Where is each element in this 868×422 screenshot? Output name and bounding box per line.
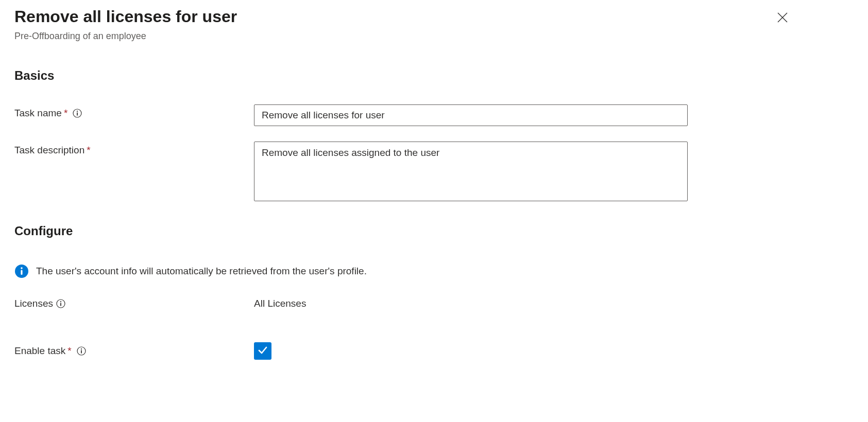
svg-point-6 [21, 267, 23, 269]
licenses-label: Licenses [14, 298, 53, 309]
info-icon[interactable] [77, 346, 86, 356]
task-description-input[interactable] [254, 142, 688, 201]
svg-rect-7 [21, 270, 22, 275]
task-description-label: Task description [14, 145, 84, 156]
required-indicator: * [87, 145, 90, 156]
task-name-label: Task name [14, 108, 62, 119]
required-indicator: * [67, 345, 71, 357]
section-basics-heading: Basics [14, 68, 854, 83]
svg-rect-13 [81, 350, 82, 353]
enable-task-label: Enable task [14, 345, 65, 357]
enable-task-checkbox[interactable] [254, 342, 271, 360]
info-banner-text: The user's account info will automatical… [36, 266, 367, 277]
svg-point-9 [60, 301, 61, 302]
page-title: Remove all licenses for user [14, 6, 237, 28]
svg-point-3 [77, 111, 78, 112]
info-banner: The user's account info will automatical… [14, 264, 854, 278]
svg-rect-10 [60, 303, 61, 306]
page-subtitle: Pre-Offboarding of an employee [14, 31, 237, 42]
svg-point-12 [81, 348, 82, 349]
svg-rect-4 [77, 112, 78, 115]
task-name-input[interactable] [254, 104, 688, 126]
info-icon[interactable] [56, 299, 65, 308]
licenses-value: All Licenses [254, 298, 306, 309]
close-icon [776, 17, 789, 25]
close-button[interactable] [773, 8, 792, 28]
required-indicator: * [64, 108, 67, 119]
section-configure-heading: Configure [14, 224, 854, 238]
info-icon [14, 264, 29, 278]
checkmark-icon [257, 344, 268, 358]
info-icon[interactable] [73, 109, 82, 118]
